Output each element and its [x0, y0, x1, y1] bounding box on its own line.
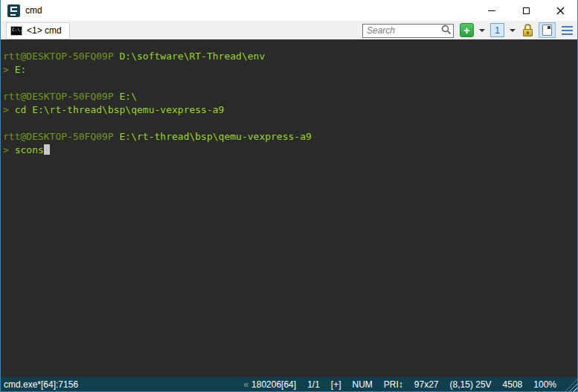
minimize-icon — [488, 10, 495, 11]
terminal-text: D:\software\RT-Thread\env — [120, 51, 266, 62]
tab-label: <1> cmd — [27, 25, 62, 36]
terminal-text: E:\rt-thread\bsp\qemu-vexpress-a9 — [120, 131, 312, 142]
conemu-logo-icon — [7, 4, 20, 17]
menu-button[interactable] — [559, 23, 574, 37]
close-button[interactable] — [543, 0, 577, 21]
menu-icon — [562, 26, 573, 28]
terminal-text: > — [3, 144, 15, 155]
terminal-line: > scons — [3, 144, 575, 157]
terminal-text: rtt@DESKTOP-50FQ09P — [3, 131, 120, 142]
minimize-button[interactable] — [475, 0, 509, 21]
statusbar-item[interactable]: « — [243, 379, 248, 390]
statusbar-process: cmd.exe*[64]:7156 — [4, 379, 78, 390]
terminal-line — [3, 77, 575, 90]
tab-cmd[interactable]: C:\. <1> cmd — [6, 22, 70, 39]
window-title: cmd — [25, 5, 42, 16]
panel-toggle-button[interactable] — [539, 22, 556, 38]
terminal-line: rtt@DESKTOP-50FQ09P D:\software\RT-Threa… — [3, 50, 575, 63]
terminal-text: E: — [15, 64, 27, 75]
statusbar-item[interactable]: 180206[64] — [251, 379, 296, 390]
new-console-dropdown-icon[interactable] — [479, 29, 485, 32]
terminal-line: rtt@DESKTOP-50FQ09P E:\ — [3, 90, 575, 103]
search-box — [362, 23, 454, 37]
statusbar-item[interactable]: (8,15) 25V — [450, 379, 492, 390]
status-bar: cmd.exe*[64]:7156 «180206[64]1/1[+]NUMPR… — [1, 377, 577, 391]
terminal-line: > cd E:\rt-thread\bsp\qemu-vexpress-a9 — [3, 103, 575, 117]
console-list-dropdown-icon[interactable] — [510, 29, 516, 32]
terminal-text: > — [3, 64, 15, 75]
close-icon — [556, 7, 565, 15]
statusbar-item[interactable]: 4508 — [503, 379, 523, 390]
window-controls — [475, 0, 577, 21]
terminal-text: scons — [15, 144, 44, 155]
tab-bar: C:\. <1> cmd + 1 — [1, 21, 577, 39]
terminal-text: cd E:\rt-thread\bsp\qemu-vexpress-a9 — [15, 104, 225, 115]
statusbar-item[interactable]: 97x27 — [414, 379, 439, 390]
terminal-line: > E: — [3, 63, 575, 77]
terminal-cursor — [44, 144, 50, 155]
terminal-text: > — [3, 104, 15, 115]
statusbar-item[interactable]: PRI↕ — [384, 379, 403, 390]
terminal-area[interactable]: rtt@DESKTOP-50FQ09P D:\software\RT-Threa… — [1, 39, 577, 377]
maximize-button[interactable] — [509, 0, 543, 21]
search-icon — [441, 25, 452, 35]
terminal-text: E:\ — [120, 91, 137, 102]
new-console-button[interactable]: + — [460, 23, 474, 37]
statusbar-item[interactable]: 1/1 — [307, 379, 320, 390]
statusbar-item[interactable]: 100% — [533, 379, 556, 390]
maximize-icon — [523, 7, 530, 14]
terminal-text: rtt@DESKTOP-50FQ09P — [3, 91, 120, 102]
search-input[interactable] — [362, 24, 454, 38]
statusbar-cells: «180206[64]1/1[+]NUMPRI↕97x27(8,15) 25V4… — [243, 379, 573, 390]
lock-button[interactable] — [521, 23, 535, 37]
active-console-button[interactable]: 1 — [490, 23, 504, 37]
toolbar: + 1 — [362, 22, 574, 38]
cmd-prompt-icon: C:\. — [10, 26, 22, 36]
panel-icon — [542, 25, 552, 36]
statusbar-item[interactable]: NUM — [353, 379, 373, 390]
terminal-line — [3, 117, 575, 130]
terminal-text: rtt@DESKTOP-50FQ09P — [3, 51, 120, 62]
terminal-line: rtt@DESKTOP-50FQ09P E:\rt-thread\bsp\qem… — [3, 130, 575, 144]
titlebar[interactable]: cmd — [1, 0, 577, 21]
statusbar-item[interactable]: [+] — [331, 379, 341, 390]
conemu-window: cmd C:\. <1> cmd — [0, 0, 578, 392]
